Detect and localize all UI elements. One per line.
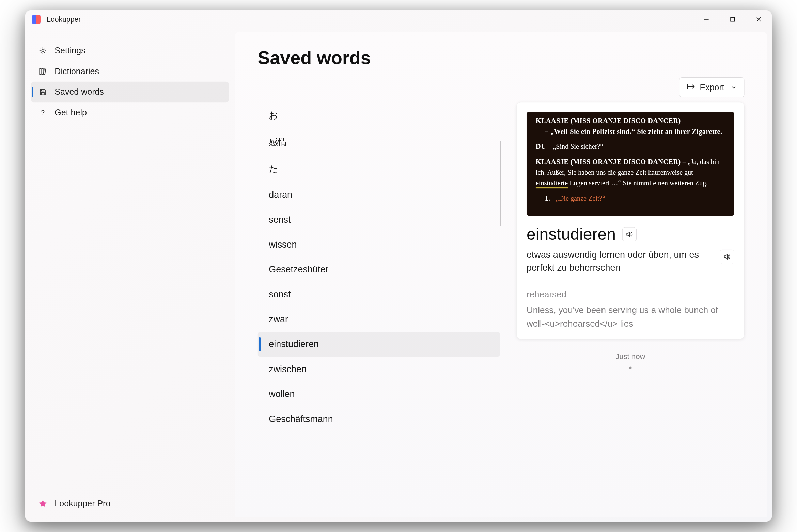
word-row[interactable]: daran bbox=[258, 183, 500, 207]
context-text-0: – „Weil Sie ein Polizist sind.“ Sie zieh… bbox=[536, 126, 725, 137]
sidebar-item-label: Get help bbox=[54, 108, 87, 118]
context-text-1: – „Sind Sie sicher?“ bbox=[546, 143, 603, 151]
definition-row: etwas auswendig lernen oder üben, um es … bbox=[527, 248, 734, 283]
page-indicator: ● bbox=[516, 364, 744, 371]
save-icon bbox=[38, 87, 47, 96]
word-row[interactable]: zwar bbox=[258, 307, 500, 332]
svg-rect-8 bbox=[42, 89, 44, 91]
export-label: Export bbox=[700, 82, 724, 93]
definition-text: etwas auswendig lernen oder üben, um es … bbox=[527, 248, 713, 275]
titlebar: Lookupper bbox=[25, 10, 772, 29]
gear-icon bbox=[38, 46, 47, 55]
sidebar-item-saved-words[interactable]: Saved words bbox=[31, 82, 229, 103]
context-choice-text: „Die ganze Zeit?“ bbox=[556, 194, 606, 202]
context-speaker-0: KLAASJE (MISS ORANJE DISCO DANCER) bbox=[536, 117, 681, 125]
word-row[interactable]: お bbox=[258, 102, 500, 129]
content-row: お感情たdaransenstwissenGesetzeshütersonstzw… bbox=[258, 102, 745, 511]
sidebar-item-settings[interactable]: Settings bbox=[31, 40, 229, 61]
headword: einstudieren bbox=[527, 225, 616, 244]
sidebar-item-pro[interactable]: Lookupper Pro bbox=[31, 493, 229, 514]
timestamp: Just now bbox=[516, 352, 744, 361]
sidebar-pro-label: Lookupper Pro bbox=[54, 499, 110, 509]
svg-rect-6 bbox=[42, 68, 43, 74]
app-body: SettingsDictionariesSaved wordsGet help … bbox=[25, 29, 772, 522]
example-sentence: Unless, you've been serving us a whole b… bbox=[527, 304, 734, 330]
word-list-wrap: お感情たdaransenstwissenGesetzeshütersonstzw… bbox=[258, 102, 500, 511]
app-title: Lookupper bbox=[47, 15, 81, 24]
word-row[interactable]: einstudieren bbox=[258, 332, 500, 357]
close-button[interactable] bbox=[746, 10, 772, 29]
word-row[interactable]: 感情 bbox=[258, 129, 500, 156]
scrollbar[interactable] bbox=[500, 141, 501, 226]
word-row[interactable]: た bbox=[258, 156, 500, 183]
window-controls bbox=[693, 10, 772, 29]
word-row[interactable]: zwischen bbox=[258, 357, 500, 381]
word-card: KLAASJE (MISS ORANJE DISCO DANCER) – „We… bbox=[516, 102, 744, 339]
sidebar-item-label: Dictionaries bbox=[54, 66, 99, 76]
star-icon bbox=[38, 499, 47, 508]
svg-rect-9 bbox=[42, 92, 44, 95]
svg-rect-5 bbox=[40, 68, 41, 74]
question-icon bbox=[38, 108, 47, 117]
app-icon bbox=[32, 15, 41, 24]
export-button[interactable]: Export bbox=[679, 77, 745, 97]
context-speaker-1: DU bbox=[536, 143, 546, 151]
toolbar: Export bbox=[258, 77, 745, 97]
translation-gloss: rehearsed bbox=[527, 290, 734, 300]
pronounce-headword-button[interactable] bbox=[622, 227, 637, 241]
minimize-button[interactable] bbox=[693, 10, 719, 29]
context-choice-dash: - bbox=[550, 194, 556, 202]
chevron-down-icon bbox=[731, 82, 737, 93]
word-row[interactable]: wollen bbox=[258, 381, 500, 406]
context-highlight: einstudierte bbox=[536, 179, 568, 188]
svg-rect-1 bbox=[731, 17, 735, 21]
svg-point-10 bbox=[42, 114, 43, 115]
maximize-icon bbox=[730, 16, 735, 22]
context-choice-num: 1. bbox=[545, 194, 550, 202]
export-icon bbox=[687, 82, 695, 93]
word-row[interactable]: senst bbox=[258, 207, 500, 232]
sidebar-item-label: Saved words bbox=[54, 87, 104, 97]
speaker-icon bbox=[626, 230, 634, 238]
headword-row: einstudieren bbox=[527, 225, 734, 244]
maximize-button[interactable] bbox=[719, 10, 746, 29]
sidebar-item-label: Settings bbox=[54, 46, 85, 56]
context-speaker-2: KLAASJE (MISS ORANJE DISCO DANCER) bbox=[536, 158, 681, 166]
close-icon bbox=[755, 16, 762, 22]
word-row[interactable]: wissen bbox=[258, 232, 500, 257]
context-text-2b: Lügen serviert …“ Sie nimmt einen weiter… bbox=[568, 179, 708, 187]
svg-point-4 bbox=[42, 49, 44, 52]
minimize-icon bbox=[703, 16, 709, 22]
speaker-icon bbox=[723, 253, 731, 261]
app-window: Lookupper SettingsDictionariesSaved word… bbox=[25, 10, 772, 522]
word-row[interactable]: Gesetzeshüter bbox=[258, 257, 500, 282]
word-row[interactable]: sonst bbox=[258, 282, 500, 307]
sidebar: SettingsDictionariesSaved wordsGet help … bbox=[25, 29, 235, 522]
page-title: Saved words bbox=[258, 47, 745, 68]
main-panel: Saved words Export お感情たdaransenstwissenG… bbox=[235, 32, 767, 517]
detail-column: KLAASJE (MISS ORANJE DISCO DANCER) – „We… bbox=[516, 102, 744, 511]
pronounce-definition-button[interactable] bbox=[720, 250, 734, 264]
word-list[interactable]: お感情たdaransenstwissenGesetzeshütersonstzw… bbox=[258, 102, 500, 511]
context-screenshot: KLAASJE (MISS ORANJE DISCO DANCER) – „We… bbox=[527, 112, 734, 216]
svg-rect-7 bbox=[44, 69, 46, 74]
books-icon bbox=[38, 67, 47, 76]
sidebar-item-get-help[interactable]: Get help bbox=[31, 102, 229, 123]
sidebar-item-dictionaries[interactable]: Dictionaries bbox=[31, 61, 229, 82]
word-row[interactable]: Geschäftsmann bbox=[258, 407, 500, 432]
